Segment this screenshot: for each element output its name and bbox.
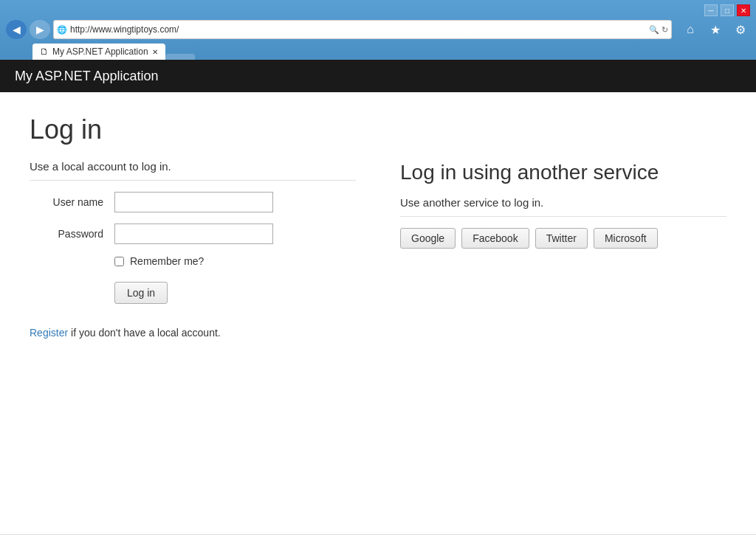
toolbar-right: ⌂ ★ ⚙ (681, 20, 750, 39)
back-button[interactable]: ◀ (6, 20, 27, 39)
title-bar: ─ □ ✕ (6, 4, 750, 16)
twitter-button[interactable]: Twitter (535, 228, 588, 249)
browser-tabs: 🗋 My ASP.NET Application ✕ (32, 44, 750, 60)
username-label: User name (30, 196, 103, 208)
remember-me-row: Remember me? (114, 255, 356, 267)
app-title: My ASP.NET Application (15, 69, 158, 84)
remember-me-label: Remember me? (130, 255, 204, 267)
forward-button[interactable]: ▶ (30, 20, 50, 39)
address-icon: 🌐 (57, 25, 67, 35)
new-tab[interactable] (165, 54, 195, 60)
password-row: Password (30, 224, 356, 244)
main-layout: Use a local account to log in. User name… (30, 160, 726, 339)
left-subtitle: Use a local account to log in. (30, 160, 356, 181)
search-icon: 🔍 (649, 25, 659, 35)
tab-label: My ASP.NET Application (52, 46, 148, 57)
password-input[interactable] (114, 224, 273, 244)
facebook-button[interactable]: Facebook (461, 228, 529, 249)
browser-chrome: ─ □ ✕ ◀ ▶ 🌐 http://www.wingtiptoys.com/ … (0, 0, 756, 60)
settings-button[interactable]: ⚙ (731, 20, 750, 39)
register-link[interactable]: Register (30, 327, 68, 339)
password-label: Password (30, 228, 103, 240)
app-navbar: My ASP.NET Application (0, 60, 756, 92)
register-text: if you don't have a local account. (68, 327, 221, 339)
microsoft-button[interactable]: Microsoft (594, 228, 658, 249)
username-input[interactable] (114, 192, 273, 212)
close-button[interactable]: ✕ (737, 4, 750, 16)
app-footer: © 2013 - My ASP.NET Application (0, 534, 756, 537)
right-title: Log in using another service (400, 160, 726, 185)
left-panel: Use a local account to log in. User name… (30, 160, 356, 339)
address-bar[interactable]: 🌐 http://www.wingtiptoys.com/ 🔍 ↻ (53, 20, 672, 39)
register-section: Register if you don't have a local accou… (30, 326, 356, 339)
right-panel: Log in using another service Use another… (400, 160, 726, 339)
url-text: http://www.wingtiptoys.com/ (70, 24, 647, 35)
app-content: Log in Use a local account to log in. Us… (0, 92, 756, 534)
google-button[interactable]: Google (400, 228, 456, 249)
browser-toolbar: ◀ ▶ 🌐 http://www.wingtiptoys.com/ 🔍 ↻ ⌂ … (6, 20, 750, 44)
login-button[interactable]: Log in (114, 282, 168, 304)
active-tab[interactable]: 🗋 My ASP.NET Application ✕ (32, 44, 165, 60)
restore-button[interactable]: □ (721, 4, 734, 16)
remember-me-checkbox[interactable] (114, 257, 124, 266)
favorites-button[interactable]: ★ (706, 20, 725, 39)
refresh-icon[interactable]: ↻ (662, 25, 668, 35)
right-subtitle: Use another service to log in. (400, 196, 726, 217)
tab-icon: 🗋 (40, 46, 49, 57)
minimize-button[interactable]: ─ (704, 4, 718, 16)
tab-close-button[interactable]: ✕ (152, 48, 158, 56)
home-button[interactable]: ⌂ (681, 20, 700, 39)
username-row: User name (30, 192, 356, 212)
page-title: Log in (30, 114, 726, 145)
social-buttons: Google Facebook Twitter Microsoft (400, 228, 726, 249)
window-controls: ─ □ ✕ (704, 4, 750, 16)
